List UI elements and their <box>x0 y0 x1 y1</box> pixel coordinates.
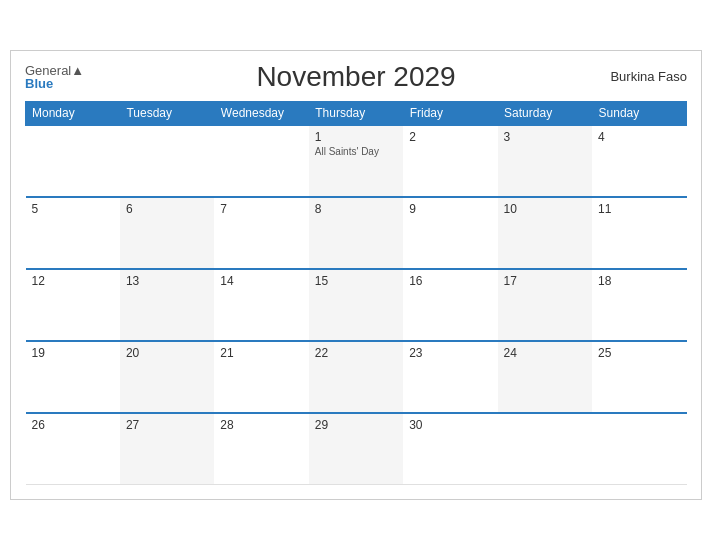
day-number: 5 <box>32 202 114 216</box>
calendar-cell: 22 <box>309 341 403 413</box>
day-number: 18 <box>598 274 680 288</box>
header-tuesday: Tuesday <box>120 101 214 125</box>
day-number: 27 <box>126 418 208 432</box>
day-number: 8 <box>315 202 397 216</box>
day-number: 10 <box>504 202 586 216</box>
day-number: 9 <box>409 202 491 216</box>
calendar-cell: 23 <box>403 341 497 413</box>
holiday-name: All Saints' Day <box>315 146 397 157</box>
day-number: 15 <box>315 274 397 288</box>
header-sunday: Sunday <box>592 101 686 125</box>
calendar-cell: 1All Saints' Day <box>309 125 403 197</box>
calendar-cell: 13 <box>120 269 214 341</box>
calendar-cell: 24 <box>498 341 592 413</box>
calendar-header: General▲ Blue November 2029 Burkina Faso <box>25 61 687 93</box>
calendar-cell: 10 <box>498 197 592 269</box>
calendar-cell <box>498 413 592 485</box>
calendar-cell: 8 <box>309 197 403 269</box>
day-number: 19 <box>32 346 114 360</box>
day-number: 30 <box>409 418 491 432</box>
day-number: 22 <box>315 346 397 360</box>
calendar-cell: 7 <box>214 197 308 269</box>
day-number: 16 <box>409 274 491 288</box>
calendar-cell: 19 <box>26 341 120 413</box>
calendar-cell: 17 <box>498 269 592 341</box>
header-saturday: Saturday <box>498 101 592 125</box>
calendar-week-row: 19202122232425 <box>26 341 687 413</box>
calendar-cell <box>26 125 120 197</box>
calendar-container: General▲ Blue November 2029 Burkina Faso… <box>10 50 702 501</box>
day-number: 4 <box>598 130 680 144</box>
day-number: 6 <box>126 202 208 216</box>
day-number: 17 <box>504 274 586 288</box>
country-label: Burkina Faso <box>610 69 687 84</box>
header-thursday: Thursday <box>309 101 403 125</box>
calendar-cell <box>120 125 214 197</box>
calendar-cell: 21 <box>214 341 308 413</box>
calendar-cell: 2 <box>403 125 497 197</box>
calendar-cell: 26 <box>26 413 120 485</box>
day-number: 7 <box>220 202 302 216</box>
day-number: 26 <box>32 418 114 432</box>
header-monday: Monday <box>26 101 120 125</box>
calendar-cell <box>592 413 686 485</box>
calendar-cell: 30 <box>403 413 497 485</box>
day-number: 13 <box>126 274 208 288</box>
calendar-title: November 2029 <box>256 61 455 93</box>
calendar-cell: 9 <box>403 197 497 269</box>
calendar-cell: 25 <box>592 341 686 413</box>
calendar-cell: 20 <box>120 341 214 413</box>
calendar-week-row: 567891011 <box>26 197 687 269</box>
calendar-cell: 16 <box>403 269 497 341</box>
calendar-cell: 4 <box>592 125 686 197</box>
logo-general-text: General▲ <box>25 64 84 77</box>
header-friday: Friday <box>403 101 497 125</box>
day-number: 11 <box>598 202 680 216</box>
day-number: 25 <box>598 346 680 360</box>
logo-blue-text: Blue <box>25 77 53 90</box>
day-number: 12 <box>32 274 114 288</box>
calendar-cell: 18 <box>592 269 686 341</box>
day-number: 24 <box>504 346 586 360</box>
calendar-week-row: 1All Saints' Day234 <box>26 125 687 197</box>
calendar-cell: 14 <box>214 269 308 341</box>
calendar-cell: 12 <box>26 269 120 341</box>
logo: General▲ Blue <box>25 64 84 90</box>
calendar-cell: 29 <box>309 413 403 485</box>
calendar-cell: 5 <box>26 197 120 269</box>
day-number: 2 <box>409 130 491 144</box>
calendar-cell: 6 <box>120 197 214 269</box>
header-wednesday: Wednesday <box>214 101 308 125</box>
calendar-week-row: 12131415161718 <box>26 269 687 341</box>
day-number: 28 <box>220 418 302 432</box>
day-number: 29 <box>315 418 397 432</box>
calendar-cell: 28 <box>214 413 308 485</box>
weekday-header-row: Monday Tuesday Wednesday Thursday Friday… <box>26 101 687 125</box>
calendar-cell <box>214 125 308 197</box>
day-number: 14 <box>220 274 302 288</box>
day-number: 23 <box>409 346 491 360</box>
calendar-cell: 15 <box>309 269 403 341</box>
day-number: 21 <box>220 346 302 360</box>
day-number: 1 <box>315 130 397 144</box>
calendar-cell: 3 <box>498 125 592 197</box>
calendar-cell: 11 <box>592 197 686 269</box>
day-number: 3 <box>504 130 586 144</box>
calendar-cell: 27 <box>120 413 214 485</box>
calendar-grid: Monday Tuesday Wednesday Thursday Friday… <box>25 101 687 486</box>
calendar-week-row: 2627282930 <box>26 413 687 485</box>
day-number: 20 <box>126 346 208 360</box>
